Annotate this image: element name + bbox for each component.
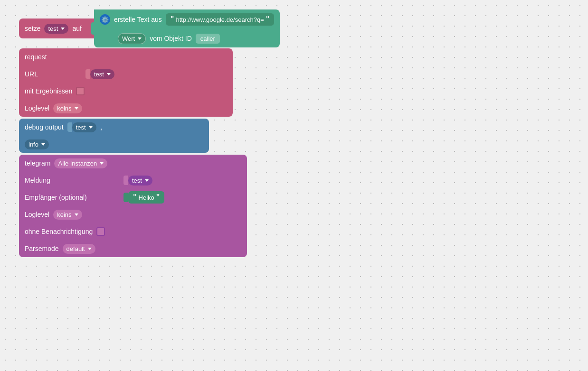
- debug-test-pill[interactable]: test: [72, 122, 96, 132]
- request-label: request: [25, 53, 47, 61]
- parsemode-arrow: [88, 248, 92, 250]
- setze-block: setze test auf: [19, 19, 87, 38]
- parsemode-row: Parsemode default: [19, 240, 247, 257]
- loglevel-dropdown[interactable]: keins: [53, 103, 82, 113]
- debug-nub: [67, 122, 72, 132]
- wert-arrow: [138, 37, 142, 40]
- erstelle-label: erstelle Text aus: [114, 16, 162, 23]
- meldung-row: Meldung test: [19, 172, 247, 189]
- telegram-block: telegram Alle Instanzen Meldung test Emp…: [19, 155, 247, 257]
- test-dropdown-arrow: [61, 28, 65, 30]
- meldung-label: Meldung: [25, 176, 120, 184]
- ohne-label: ohne Benachrichtigung: [25, 228, 93, 235]
- mit-ergebnissen-checkbox[interactable]: [76, 87, 85, 95]
- telegram-title-row: telegram Alle Instanzen: [19, 155, 247, 172]
- debug-label: debug output: [25, 123, 64, 131]
- connector-nub: [91, 22, 97, 35]
- ohne-row: ohne Benachrichtigung: [19, 223, 247, 240]
- loglevel-arrow: [75, 107, 78, 110]
- empfaenger-nub: [123, 193, 128, 202]
- url-test-pill[interactable]: test: [90, 69, 114, 79]
- test-var-pill[interactable]: test: [44, 24, 68, 34]
- teal-block: ⚙️ erstelle Text aus " http://www.google…: [94, 9, 280, 47]
- instanzen-dropdown[interactable]: Alle Instanzen: [54, 158, 107, 168]
- ohne-checkbox[interactable]: [96, 227, 105, 236]
- debug-test-arrow: [89, 126, 93, 129]
- pink-connector: [87, 19, 94, 38]
- url-connector: test: [85, 69, 114, 79]
- url-label: URL: [25, 70, 82, 78]
- empfaenger-value-area: " Heiko ": [123, 191, 164, 204]
- telegram-loglevel-dropdown[interactable]: keins: [53, 210, 82, 220]
- parsemode-dropdown[interactable]: default: [63, 244, 95, 254]
- loglevel-label: Loglevel: [25, 104, 49, 112]
- mit-ergebnissen-label: mit Ergebnissen: [25, 87, 72, 95]
- meldung-test-pill[interactable]: test: [128, 176, 152, 186]
- meldung-var-area: test: [123, 176, 152, 186]
- request-title-row: request: [19, 48, 233, 65]
- setze-label: setze: [25, 25, 40, 32]
- vom-objekt-label: vom Objekt ID: [150, 35, 192, 42]
- auf-label: auf: [72, 25, 81, 32]
- meldung-test-arrow: [145, 179, 149, 182]
- blocks-area: setze test auf ⚙️ erstelle Text aus " ht…: [19, 9, 280, 258]
- debug-title-row: debug output test ,: [19, 119, 209, 136]
- url-nub: [85, 69, 90, 79]
- gear-icon: ⚙️: [100, 14, 110, 25]
- telegram-loglevel-arrow: [75, 213, 78, 216]
- url-string-block: " http://www.google.de/search?q= ": [166, 13, 275, 26]
- telegram-loglevel-label: Loglevel: [25, 211, 49, 218]
- telegram-label: telegram: [25, 159, 50, 167]
- debug-block: debug output test , info: [19, 119, 209, 153]
- empfaenger-row: Empfänger (optional) " Heiko ": [19, 189, 247, 206]
- teal-row2: Wert vom Objekt ID caller: [94, 29, 280, 47]
- url-row: URL test: [19, 65, 233, 83]
- instanzen-arrow: [100, 162, 104, 165]
- wert-dropdown[interactable]: Wert: [118, 33, 146, 44]
- teal-row1: ⚙️ erstelle Text aus " http://www.google…: [94, 9, 280, 29]
- loglevel-row: Loglevel keins: [19, 100, 233, 117]
- telegram-loglevel-row: Loglevel keins: [19, 206, 247, 223]
- setze-row: setze test auf ⚙️ erstelle Text aus " ht…: [19, 9, 280, 47]
- debug-comma: ,: [100, 123, 102, 131]
- caller-value: caller: [196, 34, 220, 44]
- empfaenger-label: Empfänger (optional): [25, 194, 120, 201]
- meldung-nub: [123, 176, 128, 185]
- parsemode-label: Parsemode: [25, 245, 59, 252]
- info-arrow: [41, 143, 45, 146]
- request-block: request URL test mit Ergebnissen Logleve…: [19, 48, 233, 117]
- mit-ergebnissen-row: mit Ergebnissen: [19, 83, 233, 100]
- heiko-string-block: " Heiko ": [128, 191, 164, 204]
- info-row: info: [19, 136, 209, 153]
- url-value: http://www.google.de/search?q=: [176, 16, 264, 23]
- url-test-arrow: [107, 73, 111, 75]
- empfaenger-value: Heiko: [139, 194, 154, 201]
- info-dropdown[interactable]: info: [25, 139, 49, 149]
- debug-var-area: test: [67, 122, 96, 132]
